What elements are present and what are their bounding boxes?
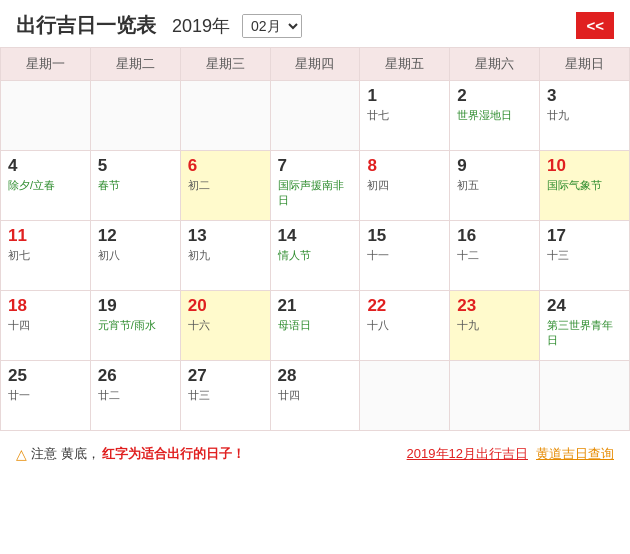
month-select[interactable]: 01月 02月 03月 04月 05月 06月 07月 08月 09月 10月 … [243,15,301,37]
day-number: 1 [367,86,442,106]
day-cell [540,361,630,431]
day-cell[interactable]: 8初四 [360,151,450,221]
day-number: 23 [457,296,532,316]
day-subtitle: 廿七 [367,108,442,123]
day-number: 12 [98,226,173,246]
week-row-2: 4除夕/立春5春节6初二7国际声援南非日8初四9初五10国际气象节 [1,151,630,221]
day-number: 25 [8,366,83,386]
day-number: 24 [547,296,622,316]
day-subtitle: 春节 [98,178,173,193]
day-number: 10 [547,156,622,176]
day-number: 22 [367,296,442,316]
day-number: 9 [457,156,532,176]
day-subtitle: 十三 [547,248,622,263]
week-row-4: 18十四19元宵节/雨水20十六21母语日22十八23十九24第三世界青年日 [1,291,630,361]
day-number: 21 [278,296,353,316]
day-cell [1,81,91,151]
week-row-5: 25廿一26廿二27廿三28廿四 [1,361,630,431]
day-subtitle: 十九 [457,318,532,333]
day-cell[interactable]: 15十一 [360,221,450,291]
page-title: 出行吉日一览表 [16,12,156,39]
day-subtitle: 十八 [367,318,442,333]
day-number: 16 [457,226,532,246]
day-number: 15 [367,226,442,246]
day-number: 7 [278,156,353,176]
day-cell[interactable]: 28廿四 [270,361,360,431]
weekday-2: 星期二 [90,48,180,81]
weekday-3: 星期三 [180,48,270,81]
day-cell[interactable]: 20十六 [180,291,270,361]
day-cell [180,81,270,151]
day-cell[interactable]: 17十三 [540,221,630,291]
day-subtitle: 廿四 [278,388,353,403]
day-subtitle: 十六 [188,318,263,333]
day-cell[interactable]: 12初八 [90,221,180,291]
day-subtitle: 第三世界青年日 [547,318,622,348]
month-select-wrap[interactable]: 01月 02月 03月 04月 05月 06月 07月 08月 09月 10月 … [242,14,302,38]
day-subtitle: 初五 [457,178,532,193]
day-cell[interactable]: 23十九 [450,291,540,361]
day-number: 6 [188,156,263,176]
day-subtitle: 国际气象节 [547,178,622,193]
weekday-6: 星期六 [450,48,540,81]
day-subtitle: 廿二 [98,388,173,403]
day-cell[interactable]: 11初七 [1,221,91,291]
prev-nav-button[interactable]: << [576,12,614,39]
day-cell[interactable]: 25廿一 [1,361,91,431]
note-text: 注意 黄底， [31,445,100,463]
day-number: 14 [278,226,353,246]
footer-right: 2019年12月出行吉日 黄道吉日查询 [407,445,614,463]
day-cell[interactable]: 5春节 [90,151,180,221]
day-number: 2 [457,86,532,106]
week-row-3: 11初七12初八13初九14情人节15十一16十二17十三 [1,221,630,291]
day-cell[interactable]: 1廿七 [360,81,450,151]
header: 出行吉日一览表 2019年 01月 02月 03月 04月 05月 06月 07… [0,0,630,47]
day-subtitle: 国际声援南非日 [278,178,353,208]
day-subtitle: 廿九 [547,108,622,123]
day-subtitle: 母语日 [278,318,353,333]
day-cell[interactable]: 7国际声援南非日 [270,151,360,221]
day-cell[interactable]: 24第三世界青年日 [540,291,630,361]
day-subtitle: 初九 [188,248,263,263]
day-number: 27 [188,366,263,386]
footer-link1[interactable]: 2019年12月出行吉日 [407,445,528,463]
day-number: 11 [8,226,83,246]
day-cell[interactable]: 4除夕/立春 [1,151,91,221]
day-subtitle: 初八 [98,248,173,263]
day-subtitle: 十二 [457,248,532,263]
day-subtitle: 初二 [188,178,263,193]
day-cell[interactable]: 22十八 [360,291,450,361]
calendar-table: 星期一星期二星期三星期四星期五星期六星期日 1廿七2世界湿地日3廿九4除夕/立春… [0,47,630,431]
footer: △ 注意 黄底， 红字为适合出行的日子！ 2019年12月出行吉日 黄道吉日查询 [0,435,630,473]
year-label: 2019年 [172,14,230,38]
day-number: 3 [547,86,622,106]
day-number: 4 [8,156,83,176]
day-number: 26 [98,366,173,386]
weekday-5: 星期五 [360,48,450,81]
day-subtitle: 初七 [8,248,83,263]
footer-left: △ 注意 黄底， 红字为适合出行的日子！ [16,445,245,463]
day-cell[interactable]: 13初九 [180,221,270,291]
day-cell[interactable]: 10国际气象节 [540,151,630,221]
day-cell[interactable]: 26廿二 [90,361,180,431]
weekday-7: 星期日 [540,48,630,81]
day-cell[interactable]: 19元宵节/雨水 [90,291,180,361]
day-cell[interactable]: 6初二 [180,151,270,221]
day-cell[interactable]: 3廿九 [540,81,630,151]
day-subtitle: 初四 [367,178,442,193]
day-number: 20 [188,296,263,316]
day-cell[interactable]: 21母语日 [270,291,360,361]
day-cell[interactable]: 14情人节 [270,221,360,291]
day-cell [90,81,180,151]
day-cell[interactable]: 2世界湿地日 [450,81,540,151]
day-subtitle: 元宵节/雨水 [98,318,173,333]
day-cell [360,361,450,431]
footer-link2[interactable]: 黄道吉日查询 [536,445,614,463]
day-cell[interactable]: 18十四 [1,291,91,361]
day-subtitle: 十四 [8,318,83,333]
day-cell[interactable]: 16十二 [450,221,540,291]
day-cell[interactable]: 27廿三 [180,361,270,431]
day-cell [270,81,360,151]
day-cell[interactable]: 9初五 [450,151,540,221]
day-number: 28 [278,366,353,386]
